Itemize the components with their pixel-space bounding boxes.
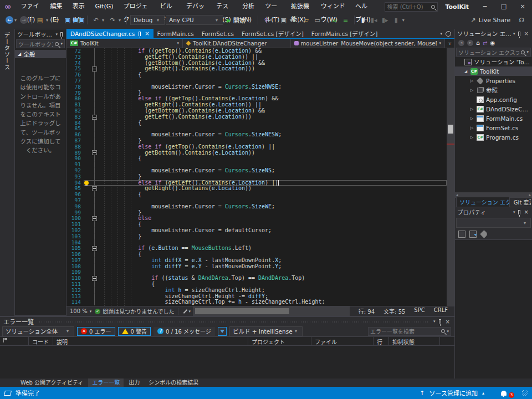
- member-dropdown[interactable]: mouseListner_MouseMove(object sender, Mo…: [291, 39, 444, 48]
- save-all-icon[interactable]: ▣▣: [74, 15, 84, 25]
- horizontal-scrollbar[interactable]: [193, 306, 350, 316]
- start-debug-button[interactable]: ▶ 開始 ▾: [224, 16, 254, 24]
- outlining-margin[interactable]: [90, 90, 98, 96]
- undo-dropdown-icon[interactable]: ▾: [102, 18, 106, 23]
- outlining-margin[interactable]: [90, 245, 98, 252]
- chevron-down-icon[interactable]: ▾: [433, 319, 436, 324]
- outlining-margin[interactable]: [90, 96, 98, 102]
- chevron-up-icon[interactable]: ▴: [482, 391, 484, 396]
- navigate-back-icon[interactable]: ←: [6, 16, 13, 24]
- collapsed-arrow-icon[interactable]: ▷: [469, 126, 474, 130]
- column-header-プロジェクト[interactable]: プロジェクト: [248, 337, 311, 345]
- document-tab[interactable]: DAndDSizeChanger.cs×: [66, 29, 154, 38]
- outlining-margin[interactable]: [90, 48, 98, 54]
- scrollbar-thumb[interactable]: [195, 308, 289, 314]
- messages-toggle-button[interactable]: i 0 / 16 メッセージ: [154, 327, 215, 336]
- bookmark-icon[interactable]: ▮: [358, 15, 368, 25]
- fold-collapse-icon[interactable]: [92, 186, 97, 191]
- tree-item[interactable]: ▷FormSet.cs: [455, 123, 532, 132]
- outlining-margin[interactable]: [90, 192, 98, 198]
- code-line[interactable]: 96 {: [66, 192, 447, 198]
- bookmark-next-icon[interactable]: ▮▸: [380, 15, 390, 25]
- picture-dropdown-icon[interactable]: ▾: [290, 18, 294, 23]
- split-window-icon[interactable]: ⫟: [444, 39, 454, 48]
- spaces-indicator[interactable]: SPC: [414, 307, 424, 315]
- document-tab[interactable]: FormMain.cs: [154, 29, 198, 38]
- column-header-抑制状態[interactable]: 抑制状態: [389, 337, 440, 345]
- add-to-source-control-button[interactable]: ソース管理に追加: [429, 388, 478, 397]
- project-dropdown[interactable]: C# ToolKit ▾: [66, 39, 183, 48]
- pen-icon[interactable]: [183, 309, 187, 314]
- pin-icon[interactable]: [518, 210, 520, 214]
- pin-icon[interactable]: [518, 32, 520, 36]
- outlining-margin[interactable]: [90, 210, 98, 216]
- scrollbar-thumb[interactable]: [448, 125, 453, 134]
- document-list-dropdown-icon[interactable]: ▾: [440, 32, 442, 36]
- menu-デバッグ(D)[interactable]: デバッグ(D): [181, 0, 211, 13]
- solution-platform-combo[interactable]: Any CPU▾: [166, 15, 223, 25]
- pin-icon[interactable]: [139, 32, 141, 36]
- error-list-search-box[interactable]: エラー一覧を検索 ▾: [368, 327, 451, 336]
- close-icon[interactable]: ×: [444, 319, 451, 325]
- outlining-margin[interactable]: [90, 216, 98, 222]
- tree-item[interactable]: ◢C#ToolKit: [455, 66, 532, 76]
- properties-object-combo[interactable]: ▾: [456, 218, 531, 228]
- notifications-bell-icon[interactable]: [501, 391, 507, 396]
- menu-拡張機能(X)[interactable]: 拡張機能(X): [286, 0, 316, 13]
- outlining-margin[interactable]: [90, 240, 98, 246]
- outlining-margin[interactable]: [90, 84, 98, 90]
- bookmark-prev-icon[interactable]: ▮◂: [369, 15, 379, 25]
- tab-solution-explorer[interactable]: ソリューション エクスプ...: [456, 197, 510, 207]
- tree-item[interactable]: ▷Properties: [455, 76, 532, 85]
- save-icon[interactable]: ▣: [63, 15, 73, 25]
- collapsed-arrow-icon[interactable]: ▷: [469, 79, 474, 83]
- menu-表示(V)[interactable]: 表示(V): [68, 0, 90, 13]
- code-line[interactable]: 84 {: [66, 120, 447, 126]
- column-header-コード[interactable]: コード: [29, 337, 53, 345]
- new-project-icon[interactable]: ▤: [35, 15, 45, 25]
- property-pages-icon[interactable]: [480, 230, 488, 238]
- vertical-scrollbar[interactable]: [447, 48, 454, 306]
- bottom-tab[interactable]: シンボルの検索結果: [145, 378, 202, 387]
- menu-編集(E)[interactable]: 編集(E): [45, 0, 68, 13]
- minimize-button[interactable]: ─: [475, 0, 494, 13]
- data-sources-vertical-tab[interactable]: データソース: [3, 32, 12, 70]
- code-line[interactable]: 90 {: [66, 156, 447, 162]
- toolbox-section-general[interactable]: ◢ 全般: [15, 50, 66, 58]
- comment-icon[interactable]: ▭: [313, 15, 323, 25]
- build-intellisense-combo[interactable]: ビルド + IntelliSense▾: [229, 326, 303, 336]
- outlining-margin[interactable]: [90, 288, 98, 294]
- fold-collapse-icon[interactable]: [92, 216, 97, 221]
- outlining-margin[interactable]: [90, 114, 98, 120]
- menu-Git(G)[interactable]: Git(G): [90, 0, 118, 13]
- chevron-down-icon[interactable]: ▾: [513, 210, 515, 214]
- warnings-toggle-button[interactable]: 0 警告: [118, 327, 151, 336]
- toolbar-overflow-icon[interactable]: ▾: [402, 18, 407, 23]
- code-editor[interactable]: 72 if ((getTop().Contains(e.Location) &&…: [66, 48, 447, 306]
- code-line[interactable]: 76 {: [66, 72, 447, 78]
- code-line[interactable]: 78 mouseListner.Cursor = Cursors.SizeNWS…: [66, 84, 447, 90]
- code-line[interactable]: 73 getLeft().Contains(e.Location)) ||: [66, 54, 447, 60]
- alphabetical-icon[interactable]: [469, 231, 477, 238]
- outlining-margin[interactable]: [90, 120, 98, 126]
- fold-collapse-icon[interactable]: [92, 246, 97, 251]
- chevron-down-icon[interactable]: ▾: [60, 42, 63, 46]
- lightbulb-icon[interactable]: [84, 181, 89, 185]
- outlining-margin[interactable]: [90, 222, 98, 228]
- home-icon[interactable]: ⌂: [476, 39, 480, 47]
- bottom-tab[interactable]: 出力: [125, 378, 144, 387]
- new-folder-icon[interactable]: ▱: [301, 15, 311, 25]
- outlining-margin[interactable]: [90, 162, 98, 168]
- close-icon[interactable]: ×: [145, 30, 149, 37]
- outlining-margin[interactable]: [90, 180, 98, 186]
- line-ending-indicator[interactable]: CRLF: [434, 307, 448, 315]
- outlining-margin[interactable]: [90, 198, 98, 204]
- outlining-margin[interactable]: [90, 102, 98, 108]
- chevron-down-icon[interactable]: ▾: [526, 50, 529, 54]
- gear-icon[interactable]: [446, 31, 451, 37]
- outlining-margin[interactable]: [90, 54, 98, 60]
- menu-テスト(S)[interactable]: テスト(S): [211, 0, 237, 13]
- outlining-margin[interactable]: [90, 186, 98, 192]
- bookmark-clear-icon[interactable]: ▮: [391, 15, 401, 25]
- pin-icon[interactable]: [439, 319, 441, 324]
